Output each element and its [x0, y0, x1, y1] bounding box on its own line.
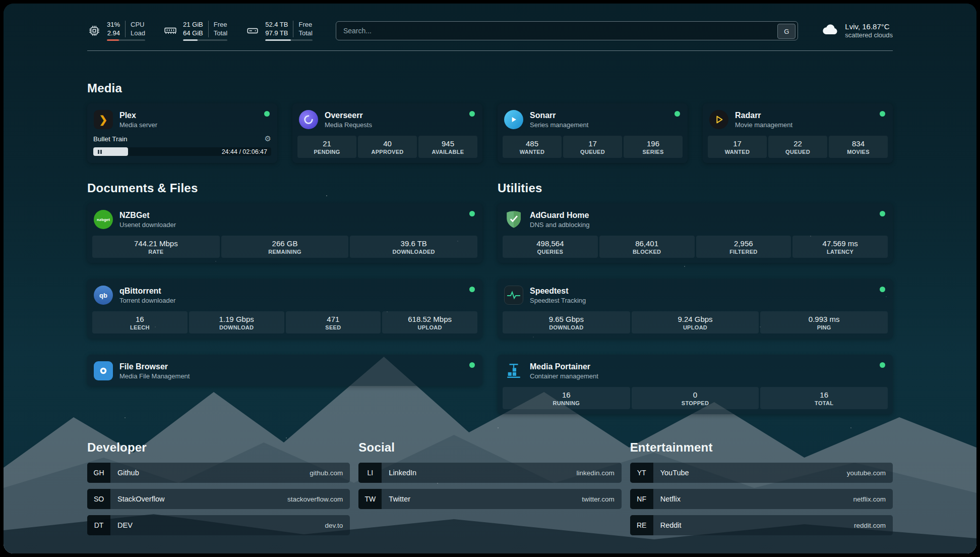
service-subtitle: Usenet downloader — [119, 221, 176, 229]
media-player: Bullet Train⚙24:44 / 02:06:47 — [92, 134, 272, 156]
qbittorrent-icon[interactable]: qb — [93, 285, 113, 305]
service-info: AdGuard HomeDNS and adblocking — [530, 210, 590, 229]
service-card-portainer: Media PortainerContainer management16RUN… — [498, 355, 893, 414]
stat-value: 17 — [710, 139, 765, 148]
stat-label: STOPPED — [634, 400, 757, 406]
service-stats: 498,564QUERIES86,401BLOCKED2,956FILTERED… — [503, 236, 888, 258]
nzbget-icon[interactable]: nzbget — [93, 209, 113, 230]
service-info: File BrowserMedia File Management — [119, 362, 190, 380]
service-name[interactable]: Speedtest — [530, 286, 586, 296]
stat-download: 9.65 GbpsDOWNLOAD — [503, 311, 630, 333]
service-subtitle: Speedtest Tracking — [530, 297, 586, 304]
bookmark-dev[interactable]: DTDEVdev.to — [87, 515, 350, 535]
service-card-overseerr: OverseerrMedia Requests21PENDING40APPROV… — [292, 103, 482, 163]
bookmark-group-entertainment: EntertainmentYTYouTubeyoutube.comNFNetfl… — [630, 440, 893, 535]
service-name[interactable]: Radarr — [735, 110, 792, 120]
stat-value: 40 — [360, 139, 415, 148]
radarr-icon[interactable] — [709, 109, 729, 130]
service-name[interactable]: qBittorrent — [119, 286, 175, 296]
stat-label: LEECH — [94, 324, 186, 330]
cpu-bar-fill — [107, 39, 119, 41]
dashboard-content: 31% CPU 2.94 Load — [4, 4, 976, 551]
search-input[interactable] — [336, 21, 798, 40]
service-name[interactable]: Plex — [119, 110, 157, 120]
stat-value: 16 — [762, 391, 886, 399]
memory-free: 21 GiB — [183, 21, 208, 29]
sonarr-icon[interactable] — [504, 109, 524, 130]
stat-running: 16RUNNING — [503, 387, 630, 409]
bookmark-url: linkedin.com — [577, 463, 622, 483]
stat-label: DOWNLOADED — [352, 249, 475, 255]
stat-label: QUERIES — [505, 249, 596, 255]
section-title-documents-files: Documents & Files — [87, 181, 482, 195]
bookmark-abbr: GH — [87, 463, 110, 483]
stat-value: 47.569 ms — [794, 239, 886, 248]
search-provider-button[interactable]: G — [777, 24, 795, 39]
bookmark-netflix[interactable]: NFNetflixnetflix.com — [630, 489, 893, 509]
service-info: Media PortainerContainer management — [530, 362, 598, 380]
plex-icon[interactable]: ❯ — [93, 109, 113, 130]
stat-value: 266 GB — [223, 239, 347, 248]
stat-label: QUEUED — [565, 149, 620, 155]
media-grid: ❯PlexMedia serverBullet Train⚙24:44 / 02… — [87, 103, 893, 163]
status-dot — [880, 287, 885, 292]
service-name[interactable]: Sonarr — [530, 110, 588, 120]
status-dot — [469, 211, 475, 216]
adguard-icon[interactable] — [504, 209, 524, 230]
stat-label: UPLOAD — [384, 324, 475, 330]
stat-value: 485 — [505, 139, 560, 148]
service-stats: 16LEECH1.19 GbpsDOWNLOAD471SEED618.52 Mb… — [92, 311, 477, 333]
cpu-load: 2.94 — [107, 29, 125, 38]
service-name[interactable]: AdGuard Home — [530, 210, 590, 220]
service-info: PlexMedia server — [119, 110, 157, 129]
stat-queued: 17QUEUED — [563, 136, 622, 158]
service-name[interactable]: NZBGet — [119, 210, 176, 220]
stat-value: 0 — [634, 391, 757, 399]
service-name[interactable]: Overseerr — [325, 110, 372, 120]
service-stats: 17WANTED22QUEUED834MOVIES — [708, 136, 888, 158]
bookmark-twitter[interactable]: TWTwittertwitter.com — [358, 489, 621, 509]
filebrowser-icon[interactable] — [93, 361, 113, 381]
service-stats: 21PENDING40APPROVED945AVAILABLE — [297, 136, 477, 158]
disk-widget: 52.4 TB Free 97.9 TB Total — [246, 21, 313, 41]
section-title-media: Media — [87, 81, 893, 95]
bookmark-list-entertainment: YTYouTubeyoutube.comNFNetflixnetflix.com… — [630, 463, 893, 535]
bookmark-youtube[interactable]: YTYouTubeyoutube.com — [630, 463, 893, 483]
section-documents-files: Documents & FilesnzbgetNZBGetUsenet down… — [87, 181, 482, 386]
pause-icon — [98, 150, 102, 154]
stat-filtered: 2,956FILTERED — [696, 236, 791, 258]
gear-icon[interactable]: ⚙ — [265, 134, 271, 143]
service-stats: 16RUNNING0STOPPED16TOTAL — [503, 387, 888, 409]
speedtest-icon[interactable] — [504, 285, 524, 305]
bookmark-reddit[interactable]: RERedditreddit.com — [630, 515, 893, 535]
disk-free: 52.4 TB — [265, 21, 293, 29]
stat-value: 17 — [565, 139, 620, 148]
service-stats: 9.65 GbpsDOWNLOAD9.24 GbpsUPLOAD0.993 ms… — [503, 311, 888, 333]
memory-total: 64 GiB — [183, 29, 208, 38]
service-subtitle: Torrent downloader — [119, 297, 175, 304]
service-name[interactable]: Media Portainer — [530, 362, 598, 371]
search-widget: G — [336, 21, 798, 40]
memory-bar — [183, 39, 227, 41]
bookmark-stackoverflow[interactable]: SOStackOverflowstackoverflow.com — [87, 489, 350, 509]
bookmark-linkedin[interactable]: LILinkedInlinkedin.com — [358, 463, 621, 483]
overseerr-icon[interactable] — [298, 109, 319, 130]
stat-label: BLOCKED — [601, 249, 693, 255]
weather-widget: Lviv, 16.87°C scattered clouds — [821, 22, 893, 40]
service-header: OverseerrMedia Requests — [297, 108, 477, 130]
service-card-adguard: AdGuard HomeDNS and adblocking498,564QUE… — [498, 203, 893, 263]
service-card-filebrowser: File BrowserMedia File Management — [87, 355, 482, 386]
portainer-icon[interactable] — [504, 361, 524, 381]
bookmark-abbr: DT — [87, 515, 110, 535]
stat-value: 16 — [94, 315, 186, 323]
bookmark-group-social: SocialLILinkedInlinkedin.comTWTwittertwi… — [358, 440, 621, 509]
cpu-icon — [87, 24, 101, 38]
service-header: qbqBittorrentTorrent downloader — [92, 284, 477, 305]
service-subtitle: Media Requests — [325, 121, 372, 129]
stat-pending: 21PENDING — [297, 136, 356, 158]
top-bar: 31% CPU 2.94 Load — [87, 19, 893, 43]
stat-label: RATE — [94, 249, 218, 255]
bookmark-abbr: TW — [358, 489, 382, 509]
service-name[interactable]: File Browser — [119, 362, 190, 371]
bookmark-github[interactable]: GHGithubgithub.com — [87, 463, 350, 483]
